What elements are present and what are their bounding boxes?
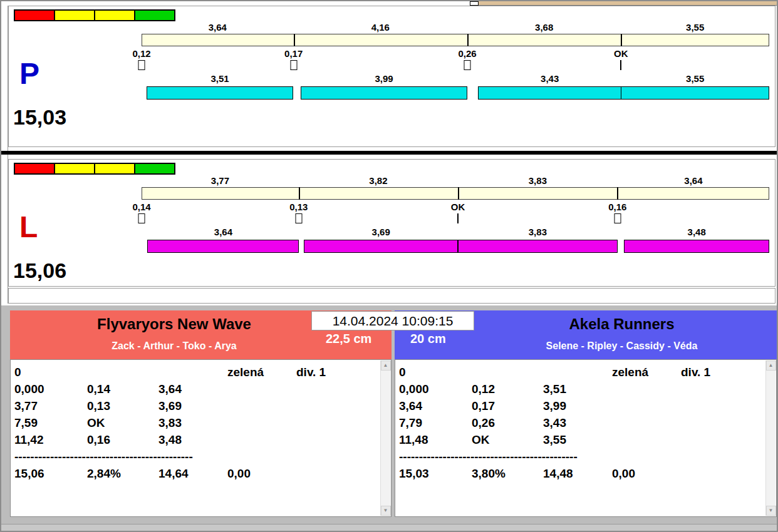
table-row: 11,42 0,16 3,48 — [14, 431, 377, 448]
run-time: 3,55 — [621, 73, 769, 84]
separator-dashes: ----------------------------------------… — [14, 448, 377, 465]
total-time: 15,03 — [399, 465, 472, 482]
cumulative-time: 0,000 — [14, 381, 87, 397]
table-separator-row: ----------------------------------------… — [399, 448, 762, 465]
run-segment — [458, 240, 618, 253]
split-time: 0,17 — [284, 48, 303, 59]
start-light-yellow-1 — [54, 163, 95, 175]
run-segment — [304, 240, 458, 253]
division-label: div. 1 — [681, 364, 762, 381]
dog-time: 3,43 — [543, 414, 612, 431]
bar-tick — [617, 187, 618, 200]
run-segment — [621, 86, 769, 100]
leg-time: 3,55 — [621, 22, 769, 33]
dog-time: 3,48 — [158, 431, 227, 448]
split-time: 0,13 — [289, 202, 308, 212]
run-time: 3,99 — [301, 73, 467, 84]
cross-time: 0,12 — [472, 381, 543, 397]
scroll-down-icon[interactable]: ▼ — [381, 506, 391, 516]
split-marker — [295, 213, 302, 223]
dog-time: 3,99 — [543, 397, 612, 414]
bar-tick — [467, 34, 469, 46]
cross-time: OK — [87, 414, 158, 431]
leg-time: 3,68 — [467, 22, 621, 33]
run-bar — [142, 240, 769, 253]
split-times-row: 0,12 0,17 0,26 OK — [142, 48, 769, 59]
jump-height-left: 22,5 cm — [326, 332, 371, 346]
split-marker — [464, 60, 471, 70]
table-row: 7,59 OK 3,83 — [14, 414, 377, 431]
cross-time: 0,13 — [87, 397, 158, 414]
bar-tick — [458, 187, 459, 200]
penalty: 0,00 — [612, 465, 681, 482]
dog-time: 3,51 — [543, 381, 612, 397]
results-table: 0 zelená div. 1 0,000 0,12 3,51 3,64 0,1… — [395, 359, 777, 517]
dog-time: 3,64 — [158, 381, 227, 397]
run-time: 3,64 — [147, 227, 299, 237]
lane-track: 3,64 4,16 3,68 3,55 0,12 0,17 0,26 OK — [142, 22, 769, 100]
loss-percent: 3,80% — [472, 465, 543, 482]
leg-time: 3,64 — [618, 175, 769, 186]
heat-number: 0 — [14, 364, 87, 381]
run-segment — [478, 86, 621, 100]
separator-dashes: ----------------------------------------… — [399, 448, 762, 465]
net-time: 14,64 — [158, 465, 227, 482]
scroll-up-icon[interactable]: ▲ — [766, 361, 776, 371]
table-row: 3,64 0,17 3,99 — [399, 397, 762, 414]
status-bar — [1, 524, 777, 531]
start-light-green — [134, 9, 175, 21]
lane-divider — [1, 151, 777, 155]
status-label: zelená — [612, 364, 681, 381]
start-light-yellow-2 — [94, 163, 135, 175]
split-times-row: 0,14 0,13 OK 0,16 — [142, 202, 769, 212]
cross-time: OK — [472, 431, 543, 448]
table-summary-row: 15,03 3,80% 14,48 0,00 — [399, 465, 762, 482]
lane-label: P — [19, 59, 39, 89]
split-marker — [138, 60, 145, 70]
split-time: 0,16 — [608, 202, 626, 212]
run-segment — [147, 240, 299, 253]
run-segment — [147, 86, 293, 100]
team-members: Selene - Ripley - Cassidy - Véda — [395, 340, 777, 352]
leg-time: 3,83 — [458, 175, 618, 186]
table-separator-row: ----------------------------------------… — [14, 448, 377, 465]
scrollbar[interactable]: ▲ ▼ — [765, 361, 775, 516]
top-strip-left — [1, 1, 470, 6]
run-segment — [624, 240, 769, 253]
top-strip-right — [479, 1, 777, 6]
lane-total-time: 15,06 — [13, 260, 66, 281]
bar-tick — [621, 34, 622, 46]
table-row: 0,000 0,12 3,51 — [399, 381, 762, 397]
jump-height-right: 20 cm — [410, 332, 446, 346]
split-marker — [620, 60, 621, 70]
lane-panel-right: P 15,03 3,64 4,16 3,68 3,55 0,12 0,17 0,… — [8, 6, 775, 147]
run-time: 3,43 — [478, 73, 621, 84]
cumulative-time: 0,000 — [399, 381, 472, 397]
split-time: OK — [614, 48, 628, 59]
leg-time: 3,82 — [299, 175, 458, 186]
run-bar — [142, 86, 769, 100]
scroll-down-icon[interactable]: ▼ — [766, 506, 776, 516]
split-marker — [457, 213, 459, 223]
split-time: 0,12 — [132, 48, 150, 59]
table-row: 11,48 OK 3,55 — [399, 431, 762, 448]
leg-time: 3,64 — [142, 22, 294, 33]
lane-panel-left: L 15,06 3,77 3,82 3,83 3,64 0,14 0,13 OK… — [8, 159, 775, 287]
total-time-bar — [142, 187, 769, 200]
scrollbar[interactable]: ▲ ▼ — [380, 361, 390, 516]
cumulative-time: 7,79 — [399, 414, 472, 431]
start-light-red — [14, 9, 55, 21]
cumulative-time: 3,77 — [14, 397, 87, 414]
run-time: 3,69 — [304, 227, 458, 237]
window-edge-box — [470, 1, 479, 6]
loss-percent: 2,84% — [87, 465, 158, 482]
cumulative-time: 11,48 — [399, 431, 472, 448]
split-marker — [614, 213, 621, 223]
leg-times-row: 3,77 3,82 3,83 3,64 — [142, 175, 769, 187]
lane-label: L — [19, 212, 38, 242]
cross-time: 0,16 — [87, 431, 158, 448]
run-times-row: 3,64 3,69 3,83 3,48 — [142, 227, 769, 238]
table-row: 0,000 0,14 3,64 — [14, 381, 377, 397]
scroll-up-icon[interactable]: ▲ — [381, 361, 391, 371]
start-lights — [14, 9, 175, 21]
